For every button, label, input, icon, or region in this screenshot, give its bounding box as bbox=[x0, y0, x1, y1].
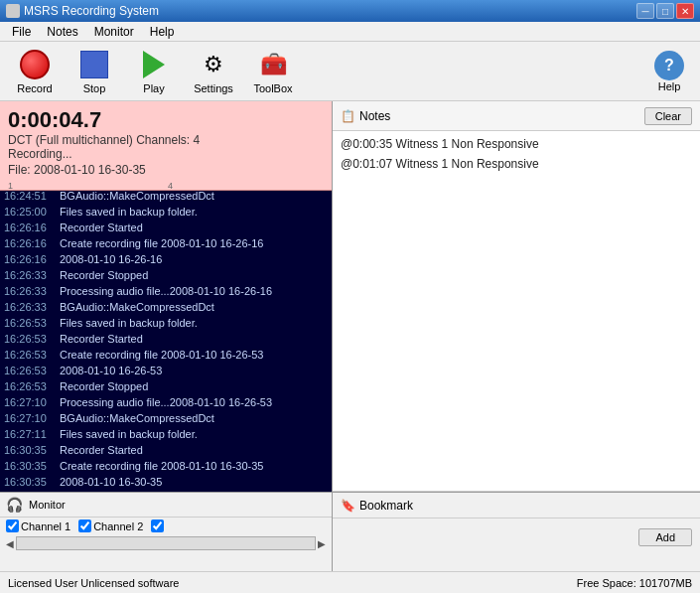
free-space: Free Space: 101707MB bbox=[577, 577, 692, 589]
menu-monitor[interactable]: Monitor bbox=[86, 24, 142, 40]
channel-1-checkbox[interactable] bbox=[6, 519, 19, 532]
log-time: 16:27:10 bbox=[4, 394, 54, 410]
help-label: Help bbox=[658, 80, 681, 92]
menu-file[interactable]: File bbox=[4, 24, 39, 40]
notes-content: @0:00:35 Witness 1 Non Responsive@0:01:0… bbox=[333, 131, 700, 492]
record-button[interactable]: Record bbox=[6, 46, 64, 97]
bookmark-content bbox=[333, 519, 700, 526]
log-time: 16:27:10 bbox=[4, 410, 54, 426]
log-message: Create recording file 2008-01-10 16-26-1… bbox=[60, 235, 263, 251]
log-row: 16:26:53Recorder Started bbox=[4, 331, 328, 347]
settings-icon: ⚙ bbox=[204, 52, 223, 77]
channel-1-check[interactable]: Channel 1 bbox=[6, 519, 70, 532]
left-panel: 0:00:04.7 DCT (Full multichannel) Channe… bbox=[0, 101, 333, 571]
note-entry: @0:01:07 Witness 1 Non Responsive bbox=[341, 157, 692, 171]
log-row: 16:24:51BGAudio::MakeCompressedDct bbox=[4, 191, 328, 204]
log-time: 16:26:53 bbox=[4, 378, 54, 394]
channel-1-label: Channel 1 bbox=[21, 520, 70, 532]
log-message: Recorder Started bbox=[60, 442, 143, 458]
log-time: 16:26:53 bbox=[4, 331, 54, 347]
log-message: Recorder Started bbox=[60, 220, 143, 235]
log-row: 16:26:16Create recording file 2008-01-10… bbox=[4, 235, 328, 251]
headphones-icon: 🎧 bbox=[6, 497, 23, 513]
monitor-row: 🎧 Monitor bbox=[0, 493, 332, 518]
window-title: MSRS Recording System bbox=[24, 4, 159, 18]
log-row: 16:26:33Processing audio file...2008-01-… bbox=[4, 283, 328, 299]
stop-label: Stop bbox=[83, 82, 106, 94]
log-row: 16:26:53Files saved in backup folder. bbox=[4, 315, 328, 331]
toolbox-button[interactable]: 🧰 ToolBox bbox=[244, 46, 302, 97]
add-button[interactable]: Add bbox=[638, 528, 692, 546]
recording-time: 0:00:04.7 bbox=[8, 107, 324, 133]
log-row: 16:26:532008-01-10 16-26-53 bbox=[4, 363, 328, 378]
record-label: Record bbox=[17, 82, 52, 94]
stop-button[interactable]: Stop bbox=[66, 46, 123, 97]
minimize-button[interactable]: ─ bbox=[636, 3, 654, 19]
recording-dct: DCT (Full multichannel) Channels: 4 bbox=[8, 133, 324, 147]
log-time: 16:25:00 bbox=[4, 204, 54, 220]
play-button[interactable]: Play bbox=[125, 46, 183, 97]
scroll-left-arrow[interactable]: ◀ bbox=[6, 538, 14, 549]
toolbox-icon: 🧰 bbox=[260, 52, 287, 77]
channel-row: Channel 1 Channel 2 bbox=[0, 518, 332, 534]
log-row: 16:26:53Create recording file 2008-01-10… bbox=[4, 347, 328, 363]
play-label: Play bbox=[143, 82, 164, 94]
status-bar: Licensed User Unlicensed software Free S… bbox=[0, 571, 700, 593]
channel-2-checkbox[interactable] bbox=[78, 519, 91, 532]
settings-label: Settings bbox=[194, 82, 233, 94]
scroll-track[interactable] bbox=[16, 536, 316, 550]
log-row: 16:30:35Recorder Started bbox=[4, 442, 328, 458]
settings-button[interactable]: ⚙ Settings bbox=[185, 46, 242, 97]
log-message: BGAudio::MakeCompressedDct bbox=[60, 191, 214, 204]
recording-status: 0:00:04.7 DCT (Full multichannel) Channe… bbox=[0, 101, 332, 191]
log-message: Files saved in backup folder. bbox=[60, 204, 198, 220]
toolbox-label: ToolBox bbox=[253, 82, 292, 94]
menu-help[interactable]: Help bbox=[142, 24, 183, 40]
log-message: 2008-01-10 16-30-35 bbox=[60, 474, 162, 490]
log-time: 16:26:16 bbox=[4, 235, 54, 251]
title-bar: MSRS Recording System ─ □ ✕ bbox=[0, 0, 700, 22]
log-message: Recorder Stopped bbox=[60, 378, 148, 394]
log-message: Files saved in backup folder. bbox=[60, 315, 198, 331]
channel-3-checkbox[interactable] bbox=[151, 519, 164, 532]
log-time: 16:26:16 bbox=[4, 251, 54, 267]
log-message: Files saved in backup folder. bbox=[60, 426, 198, 442]
log-row: 16:27:10Processing audio file...2008-01-… bbox=[4, 394, 328, 410]
log-message: Recorder Stopped bbox=[60, 267, 148, 283]
notes-label: 📋 Notes bbox=[341, 109, 390, 123]
menu-bar: File Notes Monitor Help bbox=[0, 22, 700, 42]
log-row: 16:26:53Recorder Stopped bbox=[4, 378, 328, 394]
license-status: Licensed User Unlicensed software bbox=[8, 577, 179, 589]
log-time: 16:27:11 bbox=[4, 426, 54, 442]
notes-header: 📋 Notes Clear bbox=[333, 101, 700, 131]
log-time: 16:30:35 bbox=[4, 458, 54, 474]
channel-2-check[interactable]: Channel 2 bbox=[78, 519, 143, 532]
notes-title: Notes bbox=[359, 109, 390, 123]
log-message: Create recording file 2008-01-10 16-30-3… bbox=[60, 458, 263, 474]
log-message: Processing audio file...2008-01-10 16-26… bbox=[60, 283, 272, 299]
bookmark-label: Bookmark bbox=[359, 499, 413, 513]
log-time: 16:26:53 bbox=[4, 315, 54, 331]
log-time: 16:26:53 bbox=[4, 347, 54, 363]
log-message: Processing audio file...2008-01-10 16-26… bbox=[60, 394, 272, 410]
app-icon bbox=[6, 4, 20, 18]
log-message: Create recording file 2008-01-10 16-26-5… bbox=[60, 347, 263, 363]
log-time: 16:26:53 bbox=[4, 363, 54, 378]
log-time: 16:26:33 bbox=[4, 283, 54, 299]
clear-button[interactable]: Clear bbox=[644, 107, 692, 125]
maximize-button[interactable]: □ bbox=[656, 3, 674, 19]
log-time: 16:26:33 bbox=[4, 299, 54, 315]
log-row: 16:25:00Files saved in backup folder. bbox=[4, 204, 328, 220]
close-button[interactable]: ✕ bbox=[676, 3, 694, 19]
main-area: 0:00:04.7 DCT (Full multichannel) Channe… bbox=[0, 101, 700, 571]
menu-notes[interactable]: Notes bbox=[39, 24, 85, 40]
log-message: BGAudio::MakeCompressedDct bbox=[60, 410, 214, 426]
log-time: 16:30:35 bbox=[4, 474, 54, 490]
bookmark-icon: 🔖 bbox=[341, 499, 355, 513]
recording-label: Recording... bbox=[8, 147, 324, 161]
record-icon bbox=[20, 50, 50, 79]
bookmark-footer: Add bbox=[333, 526, 700, 548]
play-icon bbox=[143, 51, 165, 78]
help-button[interactable]: ? Help bbox=[644, 46, 694, 97]
scroll-right-arrow[interactable]: ▶ bbox=[318, 538, 326, 549]
